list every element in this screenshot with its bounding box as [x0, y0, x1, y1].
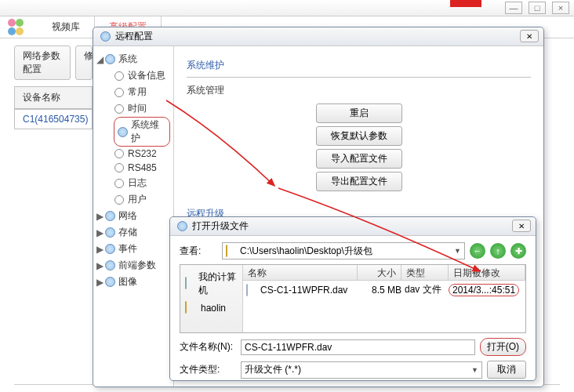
export-config-button[interactable]: 导出配置文件 [316, 172, 402, 191]
red-marker [450, 0, 481, 7]
open-close-button[interactable]: ✕ [512, 220, 531, 232]
tree-item-log[interactable]: 日志 [114, 175, 170, 191]
mgmt-subtitle: 系统管理 [187, 84, 531, 97]
remote-close-button[interactable]: ✕ [520, 30, 539, 42]
col-type[interactable]: 类型 [401, 265, 449, 280]
tree-item-rs485[interactable]: RS485 [114, 161, 170, 175]
place-my-computer[interactable]: 我的计算机 [183, 268, 239, 299]
look-in-combo[interactable]: C:\Users\haolin\Desktop\升级包 ▼ [222, 242, 465, 260]
filetype-combo[interactable]: 升级文件 (*.*)▼ [241, 361, 482, 379]
modify-button[interactable]: 修 [75, 45, 93, 80]
nav-back-button[interactable]: ← [470, 243, 485, 259]
restart-button[interactable]: 重启 [316, 103, 402, 123]
col-name[interactable]: 名称 [243, 265, 358, 280]
config-tree: ◢系统 设备信息 常用 时间 系统维护 RS232 RS485 日志 用户 ▶网… [93, 46, 174, 387]
device-row[interactable]: C1(416504735) [14, 109, 93, 129]
device-list-header: 设备名称 [14, 86, 93, 109]
main-close-button[interactable]: × [552, 2, 569, 14]
cancel-button[interactable]: 取消 [487, 361, 526, 379]
filename-input[interactable] [241, 339, 475, 355]
col-size[interactable]: 大小 [358, 265, 401, 280]
main-min-button[interactable]: — [505, 2, 522, 14]
file-icon [246, 285, 257, 296]
tree-image[interactable]: ▶图像 [96, 274, 170, 290]
nav-new-button[interactable]: ✚ [510, 243, 526, 259]
section-title-maintenance: 系统维护 [187, 54, 531, 78]
tree-frontend[interactable]: ▶前端参数 [96, 257, 170, 274]
col-date[interactable]: 日期被修改 [449, 265, 525, 280]
tab-video-library[interactable]: 视频库 [38, 16, 94, 38]
tree-item-rs232[interactable]: RS232 [114, 147, 170, 161]
dialog-icon [176, 221, 187, 232]
look-in-label: 查看: [180, 245, 217, 258]
file-date-highlight: 2014/3...:45:51 [449, 284, 519, 296]
app-icon [8, 19, 25, 36]
filename-label: 文件名称(N): [180, 340, 236, 354]
file-list-header: 名称 大小 类型 日期被修改 [243, 265, 525, 281]
nav-up-button[interactable]: ↑ [490, 243, 506, 259]
tree-storage[interactable]: ▶存储 [96, 224, 170, 241]
window-icon [100, 31, 111, 42]
main-max-button[interactable]: □ [529, 2, 546, 14]
main-titlebar: — □ × [0, 0, 574, 16]
tree-item-common[interactable]: 常用 [114, 84, 170, 100]
filetype-label: 文件类型: [180, 363, 236, 376]
folder-icon [185, 302, 198, 314]
restore-defaults-button[interactable]: 恢复默认参数 [316, 126, 402, 146]
import-config-button[interactable]: 导入配置文件 [316, 149, 402, 169]
file-row[interactable]: CS-C1-11WPFR.dav 8.5 MB dav 文件 2014/3...… [243, 281, 525, 299]
computer-icon [185, 278, 195, 290]
netcfg-button[interactable]: 网络参数配置 [14, 45, 71, 80]
open-button[interactable]: 打开(O) [480, 338, 526, 356]
remote-window-title: 远程配置 [115, 30, 153, 43]
tree-network[interactable]: ▶网络 [96, 208, 170, 224]
place-user[interactable]: haolin [183, 299, 239, 317]
tree-item-user[interactable]: 用户 [114, 191, 170, 208]
tree-item-devinfo[interactable]: 设备信息 [114, 67, 170, 84]
tree-item-maintenance[interactable]: 系统维护 [114, 117, 170, 147]
tree-system[interactable]: ◢系统 [96, 51, 170, 67]
tree-item-time[interactable]: 时间 [114, 100, 170, 117]
tree-event[interactable]: ▶事件 [96, 241, 170, 257]
open-dialog-title: 打开升级文件 [192, 220, 249, 233]
folder-icon [226, 245, 237, 256]
open-file-dialog: 打开升级文件 ✕ 查看: C:\Users\haolin\Desktop\升级包… [169, 216, 536, 381]
